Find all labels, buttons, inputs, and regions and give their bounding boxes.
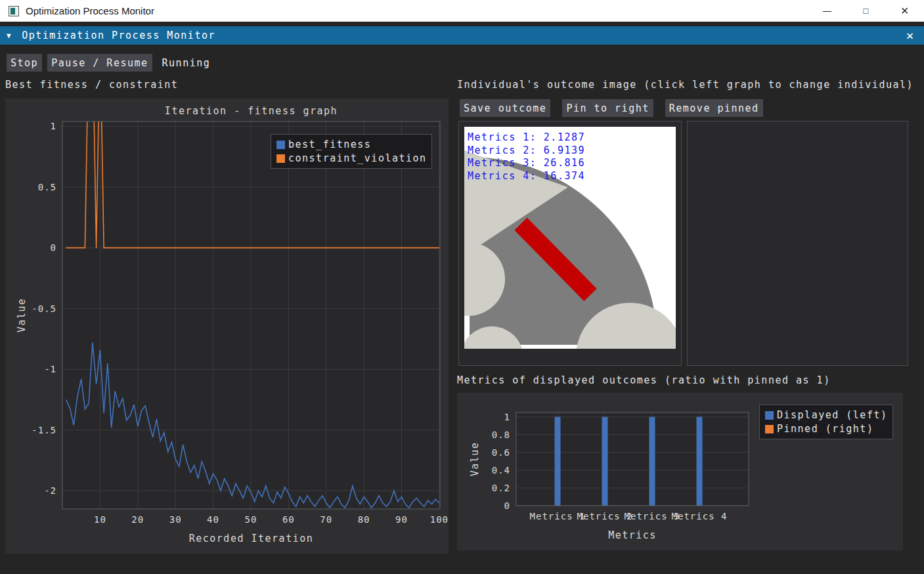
minimize-icon: — — [823, 6, 831, 16]
close-button[interactable]: × — [885, 0, 924, 22]
fitness-chart-legend: best_fitness constraint_violation — [271, 134, 432, 169]
legend-item-displayed[interactable]: Displayed (left) — [765, 409, 887, 421]
svg-text:0.2: 0.2 — [492, 483, 510, 493]
outcome-image: Metrics 1: 2.1287 Metrics 2: 6.9139 Metr… — [464, 127, 676, 349]
legend-label-constraint-violation: constraint_violation — [288, 152, 427, 164]
svg-text:10: 10 — [94, 514, 106, 525]
maximize-button[interactable]: □ — [847, 0, 885, 22]
svg-text:Metrics: Metrics — [608, 529, 657, 541]
toolbar: Stop Pause / Resume Running — [7, 54, 210, 72]
stop-button[interactable]: Stop — [7, 54, 42, 72]
fitness-chart-panel: 10.50-0.5-1-1.5-2102030405060708090100It… — [5, 99, 449, 554]
svg-text:0: 0 — [504, 500, 510, 511]
metrics-chart-panel: 00.20.40.60.81Metrics 1Metrics 2Metrics … — [457, 393, 903, 550]
window-title: Optimization Process Monitor — [26, 5, 154, 16]
svg-text:Iteration - fitness graph: Iteration - fitness graph — [165, 105, 338, 117]
legend-item-constraint-violation[interactable]: constraint_violation — [276, 152, 426, 164]
legend-label-displayed: Displayed (left) — [777, 409, 888, 421]
viewport-title: Optimization Process Monitor — [22, 30, 215, 41]
window-controls: — □ × — [808, 0, 924, 22]
svg-text:40: 40 — [207, 514, 219, 525]
metric-line-4: Metrics 4: 16.374 — [468, 170, 585, 183]
metric-line-2: Metrics 2: 6.9139 — [468, 144, 585, 158]
constraint-violation-swatch-icon — [276, 154, 285, 163]
best-fitness-swatch-icon — [276, 141, 285, 149]
minimize-button[interactable]: — — [808, 0, 847, 22]
viewport-header: ▼ Optimization Process Monitor × — [0, 26, 924, 45]
svg-text:30: 30 — [169, 514, 182, 525]
svg-text:1: 1 — [504, 412, 510, 422]
pause-resume-button[interactable]: Pause / Resume — [47, 54, 152, 72]
metric-line-1: Metrics 1: 2.1287 — [468, 131, 585, 144]
metrics-section-label: Metrics of displayed outcomes (ratio wit… — [457, 374, 831, 386]
svg-text:-2: -2 — [44, 485, 56, 496]
metrics-chart-legend: Displayed (left) Pinned (right) — [759, 405, 893, 439]
metric-line-3: Metrics 3: 26.816 — [468, 157, 585, 170]
outcome-button-row: Save outcome Pin to right Remove pinned — [460, 99, 763, 117]
displayed-swatch-icon — [765, 411, 774, 420]
remove-pinned-button[interactable]: Remove pinned — [665, 99, 763, 117]
close-icon: × — [901, 3, 909, 18]
svg-text:Recorded Iteration: Recorded Iteration — [189, 533, 314, 544]
svg-text:0.4: 0.4 — [492, 465, 510, 475]
os-titlebar: Optimization Process Monitor — □ × — [0, 0, 924, 22]
displayed-outcome-panel: Metrics 1: 2.1287 Metrics 2: 6.9139 Metr… — [458, 121, 682, 366]
legend-label-best-fitness: best_fitness — [288, 139, 371, 150]
outcome-section-label: Individual's outcome image (click left g… — [457, 79, 913, 91]
status-text: Running — [162, 57, 211, 69]
legend-item-best-fitness[interactable]: best_fitness — [276, 139, 426, 150]
svg-text:0.5: 0.5 — [38, 182, 56, 192]
svg-text:Value: Value — [16, 298, 28, 333]
maximize-icon: □ — [864, 6, 869, 16]
svg-text:-0.5: -0.5 — [32, 303, 56, 314]
pinned-outcome-panel — [687, 121, 908, 366]
svg-text:60: 60 — [282, 514, 295, 525]
save-outcome-button[interactable]: Save outcome — [460, 99, 550, 117]
svg-text:50: 50 — [244, 514, 257, 525]
svg-text:-1: -1 — [44, 364, 56, 374]
svg-text:Metrics 4: Metrics 4 — [672, 511, 728, 521]
svg-text:0.8: 0.8 — [492, 430, 510, 440]
svg-text:90: 90 — [395, 514, 408, 525]
outcome-metrics-overlay: Metrics 1: 2.1287 Metrics 2: 6.9139 Metr… — [468, 131, 585, 183]
svg-text:Value: Value — [469, 442, 481, 477]
legend-item-pinned[interactable]: Pinned (right) — [765, 423, 887, 435]
svg-text:0.6: 0.6 — [492, 447, 510, 458]
collapse-icon[interactable]: ▼ — [7, 32, 12, 40]
svg-text:70: 70 — [320, 514, 332, 525]
svg-text:20: 20 — [131, 514, 144, 525]
svg-text:-1.5: -1.5 — [32, 425, 56, 435]
svg-text:1: 1 — [51, 121, 56, 131]
svg-text:100: 100 — [430, 514, 449, 525]
svg-text:0: 0 — [51, 242, 56, 253]
viewport-close-icon[interactable]: × — [906, 29, 915, 42]
pinned-swatch-icon — [765, 425, 774, 433]
svg-text:80: 80 — [358, 514, 370, 525]
app-icon — [9, 6, 19, 16]
pin-to-right-button[interactable]: Pin to right — [562, 99, 653, 117]
legend-label-pinned: Pinned (right) — [777, 423, 873, 435]
fitness-section-label: Best fitness / constraint — [5, 79, 178, 91]
